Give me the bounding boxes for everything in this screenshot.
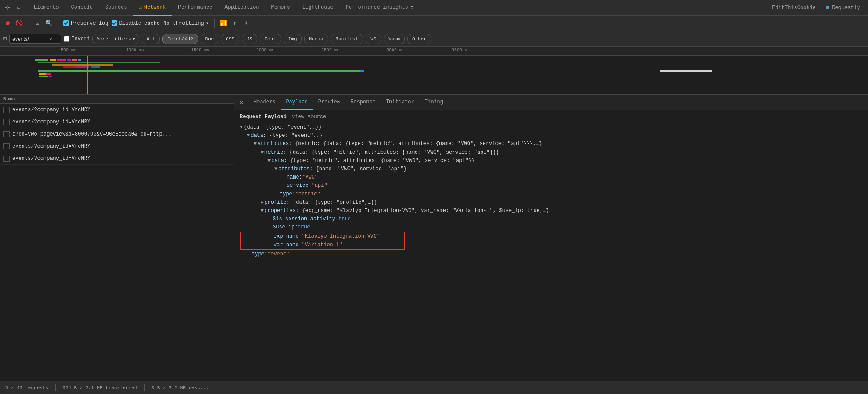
request-item[interactable]: events/?company_id=VrcMRY	[0, 116, 234, 128]
req-checkbox-3[interactable]	[3, 143, 10, 149]
tab-sources[interactable]: Sources	[99, 0, 133, 16]
ruler-2000ms: 2000 ms	[256, 47, 274, 53]
toggle-4[interactable]: ▼	[267, 157, 271, 165]
wifi-icon[interactable]: 📶	[220, 20, 228, 27]
toggle-3[interactable]: ▼	[261, 149, 264, 157]
payload-title: Request Payload	[240, 114, 287, 120]
clear-btn[interactable]: 🚫	[15, 20, 23, 27]
ruler-500ms: 500 ms	[61, 47, 76, 53]
svg-rect-4	[72, 59, 77, 61]
search-btn[interactable]: 🔍	[45, 20, 53, 27]
req-checkbox-1[interactable]	[3, 119, 10, 125]
tab-preview[interactable]: Preview	[313, 95, 345, 110]
ext-requestly[interactable]: ⊞ Requestly	[822, 2, 865, 14]
download-icon[interactable]: ⬇	[242, 20, 250, 27]
type-all[interactable]: All	[142, 34, 160, 44]
record-btn[interactable]: ⏺	[3, 20, 11, 27]
ruler-1000ms: 1000 ms	[126, 47, 144, 53]
requests-header: Name	[0, 95, 234, 104]
filter-input[interactable]	[12, 36, 47, 42]
type-js[interactable]: JS	[242, 34, 257, 44]
filter-clear-btn[interactable]: ✕	[49, 35, 52, 43]
tree-row-0: ▼ {data: {type: "event",…}}	[240, 123, 863, 132]
time-marker-line	[87, 56, 88, 95]
toggle-0[interactable]: ▼	[240, 123, 243, 132]
tree-row-11: $is_session_activity : true	[240, 215, 863, 223]
disable-cache-checkbox[interactable]	[112, 20, 117, 26]
tab-timing[interactable]: Timing	[419, 95, 449, 110]
type-font[interactable]: Font	[260, 34, 281, 44]
svg-rect-0	[35, 59, 48, 61]
request-item[interactable]: events/?company_id=VrcMRY	[0, 104, 234, 116]
filter-input-wrap[interactable]: ✕	[9, 34, 61, 44]
toggle-5[interactable]: ▼	[274, 165, 277, 173]
svg-rect-16	[39, 76, 48, 77]
req-name-2: t?en=vwo_pageView&a=8000700&v=90e8eeca0&…	[12, 131, 231, 137]
type-media[interactable]: Media	[304, 34, 328, 44]
type-img[interactable]: Img	[284, 34, 302, 44]
svg-rect-3	[67, 59, 71, 61]
inspect-icon[interactable]: ⊹	[3, 4, 11, 12]
tab-headers[interactable]: Headers	[248, 95, 281, 110]
invert-checkbox[interactable]	[64, 36, 69, 42]
timeline-area: 500 ms 1000 ms 1500 ms 2000 ms 2500 ms 3…	[0, 47, 868, 95]
req-checkbox-0[interactable]	[3, 107, 10, 113]
throttle-select[interactable]: No throttling ▾	[163, 20, 209, 26]
invert-label[interactable]: Invert	[64, 36, 90, 42]
type-fetch-xhr[interactable]: Fetch/XHR	[162, 34, 198, 44]
left-panel: Name events/?company_id=VrcMRY events/?c…	[0, 95, 234, 381]
filter-icon[interactable]: ⊡	[33, 20, 41, 27]
disable-cache-label[interactable]: Disable cache	[112, 20, 160, 26]
payload-header-row: Request Payload view source	[240, 114, 863, 120]
warning-icon: ⚠	[139, 4, 142, 10]
tab-memory[interactable]: Memory	[265, 0, 296, 16]
preserve-log-label[interactable]: Preserve log	[63, 20, 108, 26]
type-doc[interactable]: Doc	[201, 34, 219, 44]
svg-rect-17	[49, 76, 52, 77]
tab-payload[interactable]: Payload	[281, 95, 313, 110]
type-ws[interactable]: WS	[366, 34, 381, 44]
tab-console[interactable]: Console	[65, 0, 99, 16]
right-panel: ✕ Headers Payload Preview Response Initi…	[234, 95, 868, 381]
type-wasm[interactable]: Wasm	[384, 34, 405, 44]
tree-row-10: ▼ properties : {exp_name: "Klaviyo Integ…	[240, 207, 863, 215]
type-css[interactable]: CSS	[221, 34, 239, 44]
tab-perf-insights[interactable]: Performance insights ⚗	[340, 0, 419, 16]
status-sep-1	[55, 384, 56, 391]
tree-row-14: var_name : "Variation-1"	[241, 241, 404, 249]
type-manifest[interactable]: Manifest	[331, 34, 363, 44]
timeline-chart	[0, 56, 868, 95]
more-filters-btn[interactable]: More filters ▾	[92, 34, 139, 44]
toggle-1[interactable]: ▼	[247, 132, 250, 140]
upload-icon[interactable]: ⬆	[231, 20, 239, 27]
request-item[interactable]: events/?company_id=VrcMRY	[0, 152, 234, 165]
preserve-log-checkbox[interactable]	[63, 20, 69, 26]
svg-rect-10	[91, 66, 100, 68]
req-checkbox-2[interactable]	[3, 131, 10, 137]
tab-network[interactable]: ⚠ Network	[133, 0, 172, 16]
toggle-9[interactable]: ▶	[261, 199, 264, 207]
toggle-2[interactable]: ▼	[254, 140, 257, 148]
ext-editthiscookie[interactable]: EditThisCookie	[768, 2, 820, 14]
tab-application[interactable]: Application	[218, 0, 265, 16]
top-nav: ⊹ ▱ Elements Console Sources ⚠ Network P…	[0, 0, 868, 16]
close-panel-btn[interactable]: ✕	[236, 97, 247, 108]
view-source-link[interactable]: view source	[292, 114, 326, 120]
toggle-10[interactable]: ▼	[261, 207, 264, 215]
tab-initiator[interactable]: Initiator	[381, 95, 419, 110]
req-checkbox-4[interactable]	[3, 156, 10, 162]
flask-icon: ⚗	[410, 3, 413, 11]
ruler-3500ms: 3500 ms	[452, 47, 470, 53]
request-item[interactable]: t?en=vwo_pageView&a=8000700&v=90e8eeca0&…	[0, 128, 234, 140]
svg-rect-15	[46, 73, 51, 75]
chevron-down-icon: ▾	[206, 20, 209, 26]
tab-response[interactable]: Response	[345, 95, 381, 110]
device-icon[interactable]: ▱	[15, 4, 23, 12]
type-other[interactable]: Other	[407, 34, 431, 44]
tab-lighthouse[interactable]: Lighthouse	[296, 0, 340, 16]
request-item[interactable]: events/?company_id=VrcMRY	[0, 140, 234, 152]
tab-elements[interactable]: Elements	[28, 0, 65, 16]
status-bar: 5 / 46 requests 624 B / 2.1 MB transferr…	[0, 381, 868, 394]
tab-performance[interactable]: Performance	[172, 0, 218, 16]
ext-tabs: EditThisCookie ⊞ Requestly	[768, 2, 865, 14]
